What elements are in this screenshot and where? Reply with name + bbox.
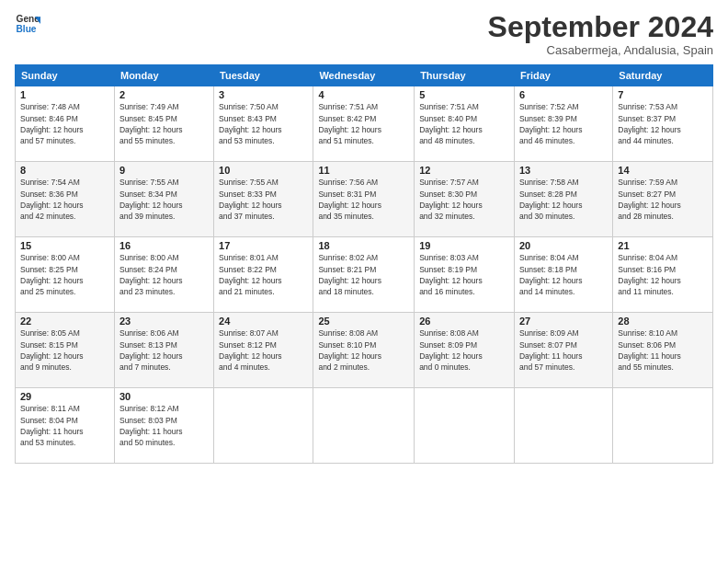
day-number: 28 [618,316,708,327]
day-number: 14 [618,165,708,176]
day-number: 23 [119,316,209,327]
day-number: 24 [219,316,308,327]
day-number: 16 [119,240,209,251]
day-number: 7 [618,89,708,100]
day-info: Sunrise: 8:11 AM Sunset: 8:04 PM Dayligh… [20,403,109,448]
day-info: Sunrise: 8:06 AM Sunset: 8:13 PM Dayligh… [119,327,209,373]
col-header-wednesday: Wednesday [313,65,415,86]
day-number: 30 [119,391,209,402]
day-number: 4 [318,89,409,100]
day-info: Sunrise: 8:01 AM Sunset: 8:22 PM Dayligh… [219,252,308,297]
col-header-sunday: Sunday [16,65,115,86]
day-number: 20 [519,240,608,251]
cell-w1-d5: 13Sunrise: 7:58 AM Sunset: 8:28 PM Dayli… [514,162,612,237]
day-number: 6 [519,89,608,100]
day-info: Sunrise: 7:52 AM Sunset: 8:39 PM Dayligh… [519,101,608,146]
day-number: 3 [219,89,308,100]
day-number: 19 [419,240,509,251]
cell-w3-d4: 26Sunrise: 8:08 AM Sunset: 8:09 PM Dayli… [415,313,515,388]
cell-w2-d1: 16Sunrise: 8:00 AM Sunset: 8:24 PM Dayli… [114,237,213,313]
cell-w4-d4 [415,388,515,464]
day-info: Sunrise: 8:03 AM Sunset: 8:19 PM Dayligh… [419,252,509,297]
cell-w2-d2: 17Sunrise: 8:01 AM Sunset: 8:22 PM Dayli… [214,237,313,313]
cell-w4-d1: 30Sunrise: 8:12 AM Sunset: 8:03 PM Dayli… [114,388,213,464]
cell-w0-d1: 2Sunrise: 7:49 AM Sunset: 8:45 PM Daylig… [114,86,213,162]
day-number: 5 [419,89,509,100]
day-info: Sunrise: 7:59 AM Sunset: 8:27 PM Dayligh… [618,177,708,222]
day-number: 17 [219,240,308,251]
col-header-monday: Monday [114,65,213,86]
day-number: 29 [20,391,109,402]
day-info: Sunrise: 7:56 AM Sunset: 8:31 PM Dayligh… [318,177,409,222]
day-info: Sunrise: 7:49 AM Sunset: 8:45 PM Dayligh… [119,101,209,146]
day-info: Sunrise: 7:51 AM Sunset: 8:40 PM Dayligh… [419,101,509,146]
col-header-friday: Friday [514,65,612,86]
day-number: 11 [318,165,409,176]
calendar-table: SundayMondayTuesdayWednesdayThursdayFrid… [15,64,713,464]
day-info: Sunrise: 8:00 AM Sunset: 8:24 PM Dayligh… [119,252,209,297]
cell-w3-d3: 25Sunrise: 8:08 AM Sunset: 8:10 PM Dayli… [313,313,415,388]
cell-w3-d1: 23Sunrise: 8:06 AM Sunset: 8:13 PM Dayli… [114,313,213,388]
cell-w3-d6: 28Sunrise: 8:10 AM Sunset: 8:06 PM Dayli… [613,313,713,388]
month-title: September 2024 [488,11,713,43]
cell-w0-d0: 1Sunrise: 7:48 AM Sunset: 8:46 PM Daylig… [16,86,115,162]
day-info: Sunrise: 7:55 AM Sunset: 8:34 PM Dayligh… [119,177,209,222]
cell-w1-d2: 10Sunrise: 7:55 AM Sunset: 8:33 PM Dayli… [214,162,313,237]
day-info: Sunrise: 7:55 AM Sunset: 8:33 PM Dayligh… [219,177,308,222]
cell-w0-d6: 7Sunrise: 7:53 AM Sunset: 8:37 PM Daylig… [613,86,713,162]
cell-w0-d5: 6Sunrise: 7:52 AM Sunset: 8:39 PM Daylig… [514,86,612,162]
cell-w4-d3 [313,388,415,464]
cell-w0-d3: 4Sunrise: 7:51 AM Sunset: 8:42 PM Daylig… [313,86,415,162]
day-info: Sunrise: 7:48 AM Sunset: 8:46 PM Dayligh… [20,101,109,146]
day-number: 26 [419,316,509,327]
cell-w3-d0: 22Sunrise: 8:05 AM Sunset: 8:15 PM Dayli… [16,313,115,388]
day-number: 21 [618,240,708,251]
day-info: Sunrise: 7:53 AM Sunset: 8:37 PM Dayligh… [618,101,708,146]
cell-w2-d4: 19Sunrise: 8:03 AM Sunset: 8:19 PM Dayli… [415,237,515,313]
day-info: Sunrise: 8:05 AM Sunset: 8:15 PM Dayligh… [20,327,109,373]
svg-text:Blue: Blue [17,24,37,34]
day-number: 25 [318,316,409,327]
cell-w3-d2: 24Sunrise: 8:07 AM Sunset: 8:12 PM Dayli… [214,313,313,388]
day-number: 12 [419,165,509,176]
day-info: Sunrise: 8:12 AM Sunset: 8:03 PM Dayligh… [119,403,209,448]
day-info: Sunrise: 7:50 AM Sunset: 8:43 PM Dayligh… [219,101,308,146]
day-number: 27 [519,316,608,327]
cell-w1-d6: 14Sunrise: 7:59 AM Sunset: 8:27 PM Dayli… [613,162,713,237]
day-info: Sunrise: 8:00 AM Sunset: 8:25 PM Dayligh… [20,252,109,297]
cell-w2-d3: 18Sunrise: 8:02 AM Sunset: 8:21 PM Dayli… [313,237,415,313]
day-info: Sunrise: 7:51 AM Sunset: 8:42 PM Dayligh… [318,101,409,146]
day-info: Sunrise: 8:10 AM Sunset: 8:06 PM Dayligh… [618,327,708,373]
day-info: Sunrise: 8:04 AM Sunset: 8:18 PM Dayligh… [519,252,608,297]
cell-w3-d5: 27Sunrise: 8:09 AM Sunset: 8:07 PM Dayli… [514,313,612,388]
day-number: 15 [20,240,109,251]
day-info: Sunrise: 8:09 AM Sunset: 8:07 PM Dayligh… [519,327,608,373]
day-info: Sunrise: 7:57 AM Sunset: 8:30 PM Dayligh… [419,177,509,222]
cell-w1-d3: 11Sunrise: 7:56 AM Sunset: 8:31 PM Dayli… [313,162,415,237]
day-number: 22 [20,316,109,327]
cell-w0-d4: 5Sunrise: 7:51 AM Sunset: 8:40 PM Daylig… [415,86,515,162]
day-info: Sunrise: 7:58 AM Sunset: 8:28 PM Dayligh… [519,177,608,222]
cell-w2-d6: 21Sunrise: 8:04 AM Sunset: 8:16 PM Dayli… [613,237,713,313]
cell-w0-d2: 3Sunrise: 7:50 AM Sunset: 8:43 PM Daylig… [214,86,313,162]
day-number: 2 [119,89,209,100]
col-header-thursday: Thursday [415,65,515,86]
cell-w4-d0: 29Sunrise: 8:11 AM Sunset: 8:04 PM Dayli… [16,388,115,464]
day-number: 10 [219,165,308,176]
day-number: 18 [318,240,409,251]
day-info: Sunrise: 8:08 AM Sunset: 8:10 PM Dayligh… [318,327,409,373]
cell-w1-d4: 12Sunrise: 7:57 AM Sunset: 8:30 PM Dayli… [415,162,515,237]
day-number: 1 [20,89,109,100]
day-number: 13 [519,165,608,176]
day-info: Sunrise: 8:04 AM Sunset: 8:16 PM Dayligh… [618,252,708,297]
logo: General Blue [15,11,40,37]
cell-w4-d5 [514,388,612,464]
day-info: Sunrise: 8:07 AM Sunset: 8:12 PM Dayligh… [219,327,308,373]
col-header-tuesday: Tuesday [214,65,313,86]
cell-w4-d2 [214,388,313,464]
cell-w4-d6 [613,388,713,464]
day-number: 8 [20,165,109,176]
cell-w2-d5: 20Sunrise: 8:04 AM Sunset: 8:18 PM Dayli… [514,237,612,313]
col-header-saturday: Saturday [613,65,713,86]
day-number: 9 [119,165,209,176]
